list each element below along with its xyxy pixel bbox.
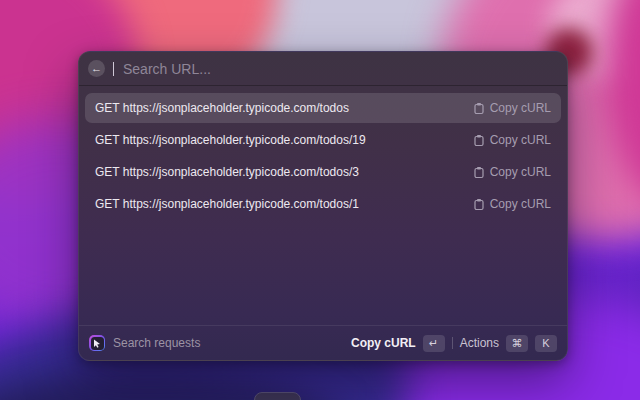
footer-hint-label: Search requests [113,336,200,350]
request-row[interactable]: GET https://jsonplaceholder.typicode.com… [85,189,561,219]
copy-curl-button[interactable]: Copy cURL [473,133,551,147]
cursor-arrow-icon [93,339,101,348]
copy-curl-button[interactable]: Copy cURL [473,165,551,179]
back-button[interactable]: ← [88,60,105,77]
command-palette-window: ← GET https://jsonplaceholder.typicode.c… [78,51,568,361]
copy-curl-label: Copy cURL [490,133,551,147]
clipboard-icon [473,198,485,211]
background-window-peek[interactable] [254,392,301,400]
k-key-label: K [542,337,549,349]
command-key-badge[interactable]: ⌘ [506,335,528,352]
footer-right: Copy cURL ↵ Actions ⌘ K [351,335,557,352]
command-key-icon: ⌘ [512,337,523,350]
footer-copy-curl-button[interactable]: Copy cURL [351,336,416,350]
request-list: GET https://jsonplaceholder.typicode.com… [79,86,567,325]
enter-key-badge[interactable]: ↵ [423,335,445,352]
app-logo-icon [89,335,105,351]
copy-curl-label: Copy cURL [490,197,551,211]
copy-curl-label: Copy cURL [490,165,551,179]
search-input[interactable] [123,61,558,77]
clipboard-icon [473,134,485,147]
text-caret [113,62,114,76]
clipboard-icon [473,166,485,179]
copy-curl-label: Copy cURL [490,101,551,115]
actions-button[interactable]: Actions [460,336,499,350]
copy-curl-button[interactable]: Copy cURL [473,101,551,115]
request-url: GET https://jsonplaceholder.typicode.com… [95,101,349,115]
search-bar: ← [79,52,567,86]
request-url: GET https://jsonplaceholder.typicode.com… [95,133,366,147]
request-row[interactable]: GET https://jsonplaceholder.typicode.com… [85,125,561,155]
palette-footer: Search requests Copy cURL ↵ Actions ⌘ K [79,325,567,360]
request-url: GET https://jsonplaceholder.typicode.com… [95,197,359,211]
back-arrow-icon: ← [91,62,102,74]
copy-curl-button[interactable]: Copy cURL [473,197,551,211]
clipboard-icon [473,102,485,115]
footer-divider [452,337,453,349]
footer-left: Search requests [89,335,200,351]
k-key-badge[interactable]: K [535,335,557,352]
request-url: GET https://jsonplaceholder.typicode.com… [95,165,359,179]
request-row[interactable]: GET https://jsonplaceholder.typicode.com… [85,93,561,123]
request-row[interactable]: GET https://jsonplaceholder.typicode.com… [85,157,561,187]
enter-key-icon: ↵ [429,337,438,350]
